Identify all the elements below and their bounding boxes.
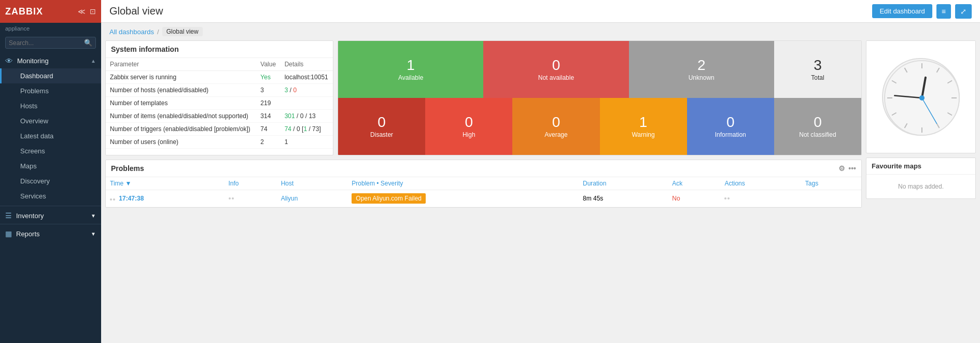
sidebar-item-discovery[interactable]: Discovery — [0, 174, 101, 189]
search-input[interactable] — [9, 39, 84, 47]
eye-icon: 👁 — [5, 56, 13, 65]
details-cell: 301 / 0 / 13 — [281, 110, 333, 123]
breadcrumb: All dashboards / Global view — [101, 23, 980, 40]
left-panels: System information Parameter Value Detai… — [101, 40, 866, 343]
fav-maps-header: Favourite maps — [866, 158, 975, 175]
sysinfo-title: System information — [111, 45, 179, 53]
param-cell: Number of triggers (enabled/disabled [pr… — [106, 123, 256, 136]
sidebar-item-hosts[interactable]: Hosts — [0, 98, 101, 113]
details-cell: 74 / 0 [1 / 73] — [281, 123, 333, 136]
sidebar-item-problems[interactable]: Problems — [0, 83, 101, 98]
param-cell: Number of users (online) — [106, 136, 256, 149]
avail-information: 0 Information — [687, 98, 774, 155]
sidebar-appliance-label: appliance — [0, 23, 101, 34]
sidebar-section-reports[interactable]: ▦ Reports ▼ — [0, 224, 101, 241]
collapse-icon[interactable]: ≪ — [78, 7, 86, 16]
breadcrumb-all-dashboards[interactable]: All dashboards — [109, 28, 154, 36]
sysinfo-table: Parameter Value Details Zabbix server is… — [106, 58, 333, 149]
sidebar-search-container: 🔍 — [5, 37, 96, 49]
param-cell: Number of hosts (enabled/disabled) — [106, 84, 256, 97]
sidebar-item-screens[interactable]: Screens — [0, 144, 101, 159]
edit-dashboard-button[interactable]: Edit dashboard — [872, 4, 932, 18]
search-icon: 🔍 — [84, 39, 92, 47]
main-content: Global view Edit dashboard ≡ ⤢ All dashb… — [101, 0, 980, 343]
problem-info-cell — [225, 190, 277, 207]
param-cell: Number of templates — [106, 97, 256, 110]
more-icon[interactable]: ••• — [848, 164, 856, 173]
inventory-label: Inventory — [16, 212, 44, 220]
avail-not-available: 0 Not available — [483, 41, 628, 98]
clock-widget-panel — [866, 40, 976, 153]
sidebar-logo: ZABBIX — [5, 6, 43, 17]
clock-svg — [883, 59, 961, 137]
col-value: Value — [256, 58, 280, 71]
details-cell — [281, 97, 333, 110]
col-host: Host — [277, 177, 348, 190]
col-time: Time ▼ — [106, 177, 225, 190]
dashboard-area: System information Parameter Value Detai… — [101, 40, 980, 343]
value-cell: 3 — [256, 84, 280, 97]
sidebar-item-maps[interactable]: Maps — [0, 159, 101, 174]
sidebar-section-inventory[interactable]: ☰ Inventory ▼ — [0, 206, 101, 223]
sidebar-item-services[interactable]: Services — [0, 189, 101, 204]
value-cell: 219 — [256, 97, 280, 110]
avail-bottom-row: 0 Disaster 0 High 0 Average 1 — [338, 98, 861, 155]
fav-maps-empty: No maps added. — [866, 175, 975, 198]
col-tags: Tags — [801, 177, 861, 190]
problem-severity-cell: Open Aliyun.com Failed — [347, 190, 579, 207]
table-row: Zabbix server is running Yes localhost:1… — [106, 71, 333, 84]
col-problem: Problem • Severity — [347, 177, 579, 190]
clock-display — [871, 45, 971, 149]
fav-maps-title: Favourite maps — [872, 162, 921, 170]
topbar: Global view Edit dashboard ≡ ⤢ — [101, 0, 980, 23]
expand-icon[interactable]: ⊡ — [90, 7, 96, 16]
avail-available: 1 Available — [338, 41, 483, 98]
value-cell: 314 — [256, 110, 280, 123]
details-cell: 1 — [281, 136, 333, 149]
fullscreen-button[interactable]: ⤢ — [955, 4, 972, 19]
chevron-down-icon: ▼ — [91, 213, 96, 219]
avail-average: 0 Average — [512, 98, 599, 155]
sort-icon: ▼ — [125, 180, 132, 187]
problems-title: Problems — [111, 164, 144, 173]
problems-header: Problems ⚙ ••• — [106, 160, 861, 177]
avail-warning: 1 Warning — [600, 98, 687, 155]
param-cell: Number of items (enabled/disabled/not su… — [106, 110, 256, 123]
availability-widget: 1 Available 0 Not available 2 Unknown — [338, 40, 862, 155]
sysinfo-header: System information — [106, 41, 333, 58]
chevron-down-icon-reports: ▼ — [91, 231, 96, 237]
monitoring-label: Monitoring — [17, 57, 49, 65]
value-cell: 74 — [256, 123, 280, 136]
sidebar-item-dashboard[interactable]: Dashboard — [0, 68, 101, 83]
menu-button[interactable]: ≡ — [936, 4, 951, 19]
right-panel: Favourite maps No maps added. — [866, 40, 980, 343]
chevron-up-icon: ▲ — [91, 58, 96, 64]
col-parameter: Parameter — [106, 58, 256, 71]
problem-host-cell: Aliyun — [277, 190, 348, 207]
fav-maps-widget: Favourite maps No maps added. — [866, 158, 976, 199]
problem-actions-cell — [720, 190, 801, 207]
page-title: Global view — [109, 5, 163, 17]
problem-time-cell: 17:47:38 — [106, 190, 225, 207]
problem-ack-cell: No — [668, 190, 720, 207]
sidebar-header-icons: ≪ ⊡ — [78, 7, 96, 16]
sidebar-item-latest-data[interactable]: Latest data — [0, 128, 101, 144]
value-cell: 2 — [256, 136, 280, 149]
sidebar-section-monitoring[interactable]: 👁 Monitoring ▲ — [0, 51, 101, 68]
sidebar-item-overview[interactable]: Overview — [0, 113, 101, 128]
details-cell: 3 / 0 — [281, 84, 333, 97]
col-ack: Ack — [668, 177, 720, 190]
problem-tags-cell — [801, 190, 861, 207]
top-row: System information Parameter Value Detai… — [105, 40, 862, 155]
avail-disaster: 0 Disaster — [338, 98, 425, 155]
host-link[interactable]: Aliyun — [281, 195, 298, 202]
sidebar-header: ZABBIX ≪ ⊡ — [0, 0, 101, 23]
settings-icon[interactable]: ⚙ — [838, 164, 845, 173]
avail-unknown: 2 Unknown — [629, 41, 774, 98]
table-row: Number of hosts (enabled/disabled) 3 3 /… — [106, 84, 333, 97]
avail-top-row: 1 Available 0 Not available 2 Unknown — [338, 41, 861, 98]
col-info: Info — [225, 177, 277, 190]
bar-chart-icon: ▦ — [5, 230, 12, 238]
avail-not-classified: 0 Not classified — [774, 98, 861, 155]
value-cell: Yes — [256, 71, 280, 84]
